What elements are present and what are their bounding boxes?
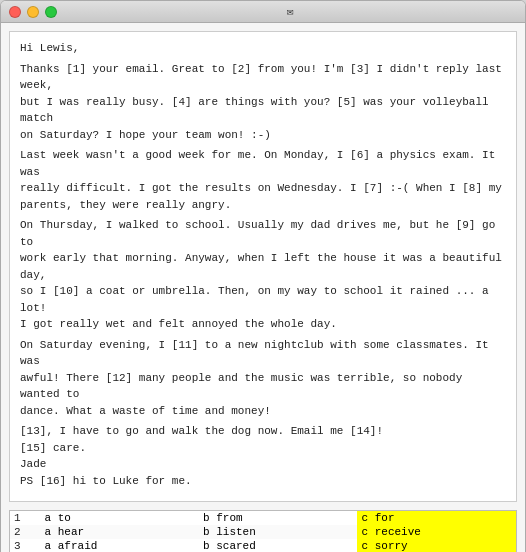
window-title: ✉ xyxy=(63,5,517,18)
table-row: 2 a hear b listen c receive xyxy=(10,525,516,539)
answers-section: 1 a to b from c for 2 a hear b listen c … xyxy=(9,510,517,552)
email-p1: Thanks [1] your email. Great to [2] from… xyxy=(20,61,506,144)
maximize-button[interactable] xyxy=(45,6,57,18)
table-row: 3 a afraid b scared c sorry xyxy=(10,539,516,552)
close-button[interactable] xyxy=(9,6,21,18)
option-c: c receive xyxy=(357,525,516,539)
email-p2: Last week wasn't a good week for me. On … xyxy=(20,147,506,213)
title-bar: ✉ xyxy=(1,1,525,23)
option-b: b from xyxy=(199,511,357,525)
email-p3: On Thursday, I walked to school. Usually… xyxy=(20,217,506,333)
option-a: a afraid xyxy=(41,539,199,552)
option-b: b listen xyxy=(199,525,357,539)
row-number: 2 xyxy=(10,525,41,539)
email-p5: [13], I have to go and walk the dog now.… xyxy=(20,423,506,489)
row-number: 1 xyxy=(10,511,41,525)
option-a: a hear xyxy=(41,525,199,539)
email-p4: On Saturday evening, I [11] to a new nig… xyxy=(20,337,506,420)
main-window: ✉ Hi Lewis, Thanks [1] your email. Great… xyxy=(0,0,526,552)
table-row: 1 a to b from c for xyxy=(10,511,516,525)
option-c: c for xyxy=(357,511,516,525)
row-number: 3 xyxy=(10,539,41,552)
option-c: c sorry xyxy=(357,539,516,552)
option-a: a to xyxy=(41,511,199,525)
option-b: b scared xyxy=(199,539,357,552)
answers-table: 1 a to b from c for 2 a hear b listen c … xyxy=(10,511,516,552)
minimize-button[interactable] xyxy=(27,6,39,18)
email-body: Hi Lewis, Thanks [1] your email. Great t… xyxy=(9,31,517,502)
email-greeting: Hi Lewis, xyxy=(20,40,506,57)
